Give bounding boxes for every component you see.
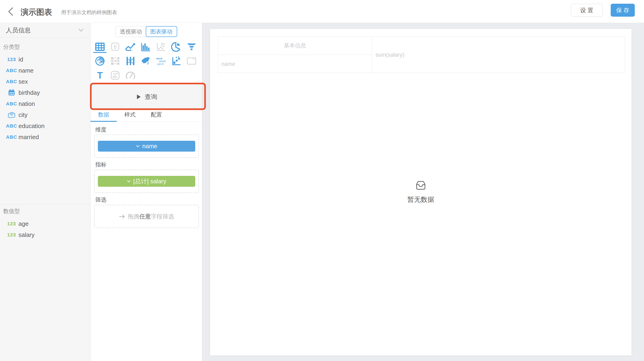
chart-canvas: 基本信息 sum(salary) name 暂无数据 [202,23,644,361]
mix-chart-icon [110,70,120,80]
chart-type-bar[interactable] [138,39,153,54]
measure-pill[interactable]: [总计] salary [98,176,195,187]
arrow-right-icon [119,214,125,219]
chart-type-word-cloud[interactable]: wordcloudagile Bi [153,54,169,68]
chart-type-grid: 8 wordcloudagile Bi [92,39,199,82]
field-item-name[interactable]: ABC name [0,65,90,76]
chart-type-gauge[interactable] [123,68,138,82]
save-button[interactable]: 保 存 [611,4,635,17]
empty-state: 暂无数据 [210,29,632,356]
field-item-nation[interactable]: ABC nation [0,98,90,109]
parallel-chart-icon [126,56,136,66]
mode-pivot-driven[interactable]: 透视驱动 [116,26,146,37]
back-icon [7,7,14,16]
text-type-badge: ABC [6,101,17,106]
chart-type-funnel[interactable] [184,39,199,54]
chart-type-text[interactable]: T [92,68,108,82]
filter-dropzone[interactable]: 拖拽任意字段筛选 [94,205,199,228]
tab-style[interactable]: 样式 [117,109,143,122]
chart-type-parallel[interactable] [123,54,138,68]
field-item-education[interactable]: ABC education [0,120,90,131]
funnel-chart-icon [186,42,196,52]
table-chart-icon [95,42,105,52]
chart-type-bullet[interactable] [169,54,184,68]
page-title: 演示图表 [20,7,52,17]
dataset-name: 人员信息 [6,26,31,34]
chevron-down-icon [127,180,131,183]
number-type-badge: 123 [6,57,17,62]
text-type-badge: ABC [6,123,17,129]
chart-type-table[interactable] [92,39,108,54]
bar-chart-icon [141,42,151,52]
filter-label: 筛选 [95,196,106,203]
tab-data[interactable]: 数据 [90,109,117,122]
field-item-id[interactable]: 123 id [0,54,90,65]
line-chart-icon [126,42,136,52]
numeric-section: 数值型 123 age 123 salary [0,204,90,240]
rose-chart-icon [95,56,105,66]
fields-sidebar: 人员信息 分类型 123 id ABC name ABC sex [0,23,90,361]
word-cloud-icon: wordcloudagile Bi [156,56,166,66]
chart-type-iframe[interactable] [184,54,199,68]
chart-type-scatter[interactable] [153,39,169,54]
gauge-chart-icon [126,70,136,80]
numeric-section-label: 数值型 [3,208,90,215]
china-map-icon [141,56,151,66]
tab-settings[interactable]: 配置 [143,109,170,122]
chart-preview-card: 基本信息 sum(salary) name 暂无数据 [210,29,632,356]
dimension-pill[interactable]: name [98,141,195,152]
chevron-down-icon [78,28,84,32]
field-item-married[interactable]: ABC married [0,131,90,143]
dimension-label: 维度 [95,126,106,133]
chart-type-mix[interactable] [108,68,123,82]
field-item-city[interactable]: city [0,109,90,120]
svg-text:agile Bi: agile Bi [157,63,164,65]
chart-type-china-map[interactable] [138,54,153,68]
text-chart-icon: T [95,70,105,80]
filter-hint: 拖拽任意字段筛选 [119,213,174,220]
empty-state-text: 暂无数据 [407,195,434,204]
number-type-badge: 123 [6,232,17,238]
svg-text:cloud: cloud [159,60,166,63]
categorical-field-list: 123 id ABC name ABC sex birthday [0,54,90,143]
back-button[interactable] [6,6,16,17]
mode-chart-driven[interactable]: 图表驱动 [146,26,177,37]
measure-dropzone[interactable]: [总计] salary [94,170,199,193]
field-item-salary[interactable]: 123 salary [0,229,90,240]
text-type-badge: ABC [6,68,17,73]
chevron-down-icon [136,145,140,148]
play-icon [136,94,141,100]
iframe-icon [186,56,196,66]
chart-type-pie[interactable] [169,39,184,54]
empty-inbox-icon [415,180,426,190]
pie-chart-icon [171,42,181,52]
text-type-badge: ABC [6,79,17,84]
chart-type-kpi-number[interactable]: 8 [108,39,123,54]
config-tabs: 数据 样式 配置 [90,109,202,122]
number-type-badge: 123 [6,221,17,227]
kpi-number-icon: 8 [110,42,120,52]
dataset-selector[interactable]: 人员信息 [0,23,90,38]
scatter-chart-icon [156,42,166,52]
field-item-age[interactable]: 123 age [0,218,90,229]
dimension-dropzone[interactable]: name [94,134,199,158]
map-location-icon [8,111,16,119]
query-button[interactable]: 查询 [91,85,202,108]
categorical-section-label: 分类型 [3,43,90,51]
text-type-badge: ABC [6,134,17,140]
chart-type-crosstab[interactable] [108,54,123,68]
page-header: 演示图表 用于演示文档的样例图表 设 置 保 存 [0,0,644,23]
field-item-sex[interactable]: ABC sex [0,76,90,87]
chart-config-panel: 透视驱动 图表驱动 8 [90,23,202,361]
settings-button[interactable]: 设 置 [571,4,602,17]
chart-type-rose[interactable] [92,54,108,68]
measure-label: 指标 [95,161,106,168]
drive-mode-toggle: 透视驱动 图表驱动 [90,26,202,37]
calendar-icon [8,89,15,96]
field-item-birthday[interactable]: birthday [0,87,90,98]
chart-type-line[interactable] [123,39,138,54]
bullet-chart-icon [171,56,181,66]
page-subtitle: 用于演示文档的样例图表 [61,9,117,16]
crosstab-icon [110,56,120,66]
svg-text:8: 8 [114,44,116,50]
